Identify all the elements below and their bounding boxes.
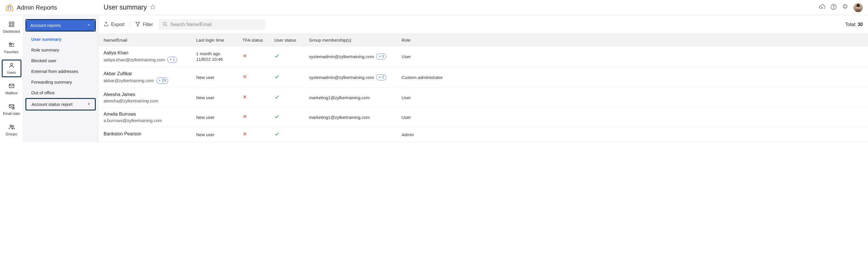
avatar[interactable] [854,3,863,12]
name-cell: Akbar Zulfikarakbar@zylkertraining.com+ … [103,71,196,84]
app-logo-icon [5,3,14,12]
layout: DashboardFavoritesUsersMailboxEmail stat… [0,15,868,142]
column-header[interactable]: Last login time [196,38,243,42]
table-row[interactable]: Akbar Zulfikarakbar@zylkertraining.com+ … [98,67,868,88]
user-email: aaliya.khan@zylkertraining.com [103,57,165,62]
help-icon[interactable] [830,4,837,11]
table-row[interactable]: Aleesha Jamesaleesha@zylkertraining.comN… [98,88,868,107]
group-count-badge[interactable]: + 3 [376,54,386,60]
tfa-cell [243,95,274,101]
group-email: systemadmin@zylkertraining.com [309,54,374,59]
sidebar-item-label: Account status report [32,102,73,107]
rail-item-mailbox[interactable]: Mailbox [2,80,22,98]
grid-icon [8,21,15,28]
login-relative: New user [196,115,243,120]
rail-item-favorites[interactable]: Favorites [2,39,22,57]
user-status-cell [274,114,309,121]
table-row[interactable]: Amelia Burrowsa.burrows@zylkertraining.c… [98,107,868,127]
rail-item-groups[interactable]: Groups [2,121,22,139]
svg-point-19 [163,22,166,26]
table-row[interactable]: Aaliya Khanaaliya.khan@zylkertraining.co… [98,46,868,67]
cross-icon [243,95,247,100]
sidebar-item-blocked-user[interactable]: Blocked user [23,55,98,66]
search-input[interactable] [170,22,261,27]
rail-item-dashboard[interactable]: Dashboard [2,19,22,36]
extension-icon[interactable] [842,4,848,11]
group-cell: marketing1@zylkertraining.com [309,95,402,100]
rail-item-email-stats[interactable]: Email stats [2,101,22,118]
sidebar-item-external-from-addresses[interactable]: External from addresses [23,66,98,77]
rail-label: Groups [6,132,17,136]
app-name: Admin Reports [17,4,57,11]
cross-icon [243,114,247,120]
download-cloud-icon[interactable] [819,4,825,11]
tfa-cell [243,74,274,80]
group-email: systemadmin@zylkertraining.com [309,75,374,80]
header-actions [819,3,863,12]
filter-button[interactable]: Filter [135,22,153,28]
svg-point-2 [833,8,834,8]
filter-icon [135,22,140,28]
sidebar-item-role-summary[interactable]: Role summary [23,44,98,55]
favorite-star-icon[interactable] [150,4,156,11]
table-row[interactable]: Bankston PearsonNew userAdmin [98,127,868,142]
chevron-right-icon [87,102,91,107]
report-category-dropdown[interactable]: Account reports [26,20,95,31]
alias-count-badge[interactable]: + 1 [167,57,177,63]
total-label: Total: [845,22,857,27]
user-name: Amelia Burrows [103,111,196,117]
tfa-cell [243,54,274,60]
svg-rect-7 [12,25,13,27]
login-relative: New user [196,75,243,80]
alias-count-badge[interactable]: + 29 [156,77,168,84]
login-relative: New user [196,95,243,100]
column-header[interactable]: Name/Email [103,38,196,42]
app-header: Admin Reports User summary [0,0,868,15]
svg-point-16 [10,125,11,127]
column-header[interactable]: TFA status [243,38,274,42]
user-name: Akbar Zulfikar [103,71,196,76]
check-icon [274,54,279,60]
sidebar-item-label: External from addresses [31,69,79,74]
rail-nav: DashboardFavoritesUsersMailboxEmail stat… [0,15,23,142]
sidebar-item-forwarding-summary[interactable]: Forwarding summary [23,77,98,87]
login-cell: New user [196,75,243,80]
user-name: Aleesha James [103,92,196,97]
export-icon [103,22,109,28]
total-value: 30 [858,22,863,27]
user-email: akbar@zylkertraining.com [103,78,154,83]
name-cell: Amelia Burrowsa.burrows@zylkertraining.c… [103,111,196,123]
column-header[interactable]: User status [274,38,309,42]
sidebar-item-out-of-office[interactable]: Out of office [23,87,98,98]
user-name: Aaliya Khan [103,50,196,56]
filter-label: Filter [143,22,153,27]
group-count-badge[interactable]: + 2 [376,74,386,80]
svg-rect-4 [9,22,11,24]
search-box[interactable] [158,19,265,30]
column-header[interactable]: Role [402,38,863,42]
sidebar-item-account-status-report[interactable]: Account status report [26,99,95,109]
star-list-icon [8,42,15,49]
user-name: Bankston Pearson [103,131,196,136]
cross-icon [243,54,247,59]
sidebar-item-label: Blocked user [31,58,56,63]
table-header: Name/EmailLast login timeTFA statusUser … [98,34,868,46]
sidebar-item-label: Role summary [31,47,59,52]
login-cell: New user [196,115,243,120]
cross-icon [243,132,247,137]
export-button[interactable]: Export [103,22,124,28]
check-icon [274,115,279,120]
svg-marker-0 [150,5,155,9]
login-relative: New user [196,132,243,137]
rail-label: Dashboard [3,30,20,34]
sidebar: Account reports User summaryRole summary… [23,15,98,142]
group-cell: systemadmin@zylkertraining.com+ 2 [309,74,402,80]
svg-line-20 [166,25,167,26]
login-cell: 1 month ago11/8/22 10:46 [196,51,243,62]
sidebar-item-user-summary[interactable]: User summary [23,34,98,44]
login-absolute: 11/8/22 10:46 [196,57,243,62]
column-header[interactable]: Group membership(s) [309,38,402,42]
svg-rect-5 [12,22,13,24]
mail-icon [8,83,15,90]
rail-item-users[interactable]: Users [2,60,22,77]
